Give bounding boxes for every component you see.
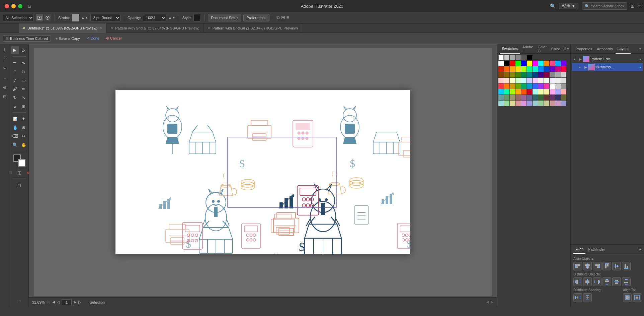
swatch[interactable] [555, 72, 561, 77]
stroke-color[interactable] [72, 14, 79, 21]
selection-tool[interactable] [11, 46, 19, 54]
swatch[interactable] [555, 95, 561, 100]
tab-2-close[interactable]: ✕ [208, 26, 211, 30]
stroke-type-select[interactable]: 3 pt. Round [90, 14, 120, 21]
swatch[interactable] [544, 83, 549, 89]
align-more-icon[interactable]: ≡ [639, 247, 641, 251]
opacity-arrows[interactable]: ▲ ▼ [168, 16, 175, 19]
canvas-nav-right[interactable]: ▶ [491, 300, 493, 304]
swatch[interactable] [498, 66, 504, 72]
swatch[interactable] [550, 89, 555, 94]
pencil-tool[interactable]: ✏ [20, 85, 28, 93]
swatch[interactable] [561, 61, 566, 66]
swatch[interactable] [521, 78, 527, 83]
scale-tool[interactable]: ⤡ [20, 93, 28, 102]
nav-next[interactable]: ▶ [74, 300, 76, 304]
swatch[interactable] [498, 78, 504, 83]
swatch[interactable] [555, 78, 561, 83]
swatch[interactable] [550, 101, 555, 106]
swatch[interactable] [515, 101, 521, 106]
minimize-button[interactable] [11, 4, 16, 8]
dist-space-v[interactable] [583, 293, 592, 302]
swatch[interactable] [527, 66, 532, 72]
mode-icon-2[interactable] [44, 14, 51, 21]
swatch[interactable] [527, 72, 532, 77]
swatch[interactable] [510, 61, 515, 66]
swatch[interactable] [515, 89, 521, 94]
swatch[interactable] [533, 83, 538, 89]
info-panel-icon[interactable]: ℹ [1, 46, 9, 54]
swatch[interactable] [561, 66, 566, 72]
more-icon[interactable]: ≡ [638, 3, 641, 9]
align-to-artboard[interactable] [633, 293, 641, 302]
layers-more-icon[interactable]: ≡ [639, 47, 641, 51]
swatch[interactable] [555, 61, 561, 66]
swatch[interactable] [527, 101, 532, 106]
type-panel-icon[interactable]: T [1, 55, 9, 63]
arrange-icon[interactable]: ⊞ [281, 15, 285, 20]
layer-eye-2[interactable]: ● [579, 65, 583, 69]
swatch[interactable] [504, 83, 509, 89]
tab-1[interactable]: ✕ Pattern with Grid.ai @ 32.84% (RGB/GPU… [106, 23, 204, 33]
rect-tool[interactable]: ▭ [20, 76, 28, 84]
normal-mode[interactable]: □ [7, 169, 15, 177]
swatch[interactable] [538, 66, 544, 72]
scissors-tool[interactable]: ✂ [20, 132, 28, 140]
swatch[interactable] [504, 72, 509, 77]
panel-icon[interactable]: ⊞ [631, 3, 635, 9]
swatch[interactable] [555, 83, 561, 89]
fullscreen-button[interactable] [18, 4, 22, 8]
swatch[interactable] [498, 72, 504, 77]
preferences-button[interactable]: Preferences [243, 14, 269, 21]
gradient-mode[interactable]: ◫ [15, 169, 23, 177]
layer-eye-1[interactable]: ● [573, 57, 578, 61]
swatch[interactable] [538, 72, 544, 77]
swatch[interactable] [538, 89, 544, 94]
blend-panel-icon[interactable]: ⊕ [1, 83, 9, 91]
selection-dropdown[interactable]: No Selection [3, 14, 34, 21]
swatch[interactable] [510, 66, 515, 72]
swatch[interactable] [515, 66, 521, 72]
swatch[interactable] [544, 72, 549, 77]
align-top[interactable] [602, 262, 611, 270]
layer-row-business[interactable]: ● ▶ Business... ● [572, 63, 643, 71]
swatch[interactable] [510, 101, 515, 106]
free-transform-tool[interactable]: ⊞ [20, 102, 28, 110]
swatch[interactable] [533, 89, 538, 94]
swatch[interactable] [544, 95, 549, 100]
swatch[interactable] [527, 95, 532, 100]
more-tools-dots[interactable]: ··· [17, 298, 21, 304]
swatch[interactable] [498, 83, 504, 89]
canvas-area[interactable]: $ $ $ $ [29, 44, 497, 307]
swatches-more-icon[interactable]: ≡ [567, 47, 569, 51]
swatch[interactable] [527, 83, 532, 89]
swatch[interactable] [521, 72, 527, 77]
tab-2[interactable]: ✕ Pattern with Brick.ai @ 32.34% (RGB/GP… [204, 23, 302, 33]
swatch[interactable] [521, 95, 527, 100]
swatch[interactable] [550, 72, 555, 77]
swatch[interactable] [538, 101, 544, 106]
swatch[interactable] [515, 78, 521, 83]
swatch[interactable] [515, 83, 521, 89]
search-icon[interactable]: 🔍 [550, 3, 556, 9]
doc-setup-button[interactable]: Document Setup [208, 14, 241, 21]
line-segment-tool[interactable]: ╱ [11, 76, 19, 84]
swatch[interactable] [510, 55, 515, 60]
swatch[interactable] [550, 83, 555, 89]
stroke-color-box[interactable] [18, 159, 25, 167]
swatch[interactable] [515, 95, 521, 100]
swatch[interactable] [521, 83, 527, 89]
hand-tool[interactable]: ✋ [20, 141, 28, 149]
swatch[interactable] [521, 55, 527, 60]
swatch[interactable] [515, 72, 521, 77]
swatch[interactable] [555, 101, 561, 106]
symbol-sprayer-tool[interactable]: ✦ [20, 115, 28, 123]
swatch[interactable] [510, 89, 515, 94]
done-button[interactable]: ✓ Done [85, 36, 101, 41]
align-to-selection[interactable] [623, 293, 632, 302]
nav-first[interactable]: ◁ [57, 300, 60, 304]
swatch[interactable] [510, 78, 515, 83]
swatch[interactable] [498, 101, 504, 106]
transform-icon[interactable]: ⧉ [276, 15, 280, 20]
swatch[interactable] [561, 72, 566, 77]
